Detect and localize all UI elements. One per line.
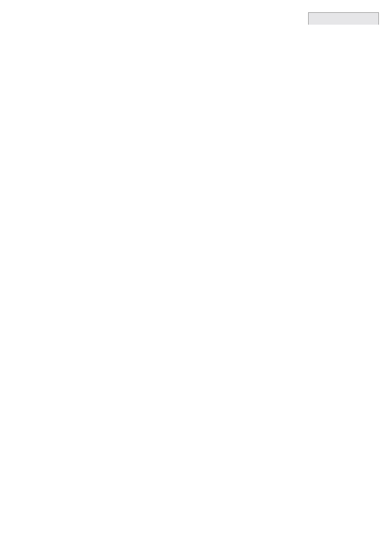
header-placeholder-box — [308, 12, 379, 25]
